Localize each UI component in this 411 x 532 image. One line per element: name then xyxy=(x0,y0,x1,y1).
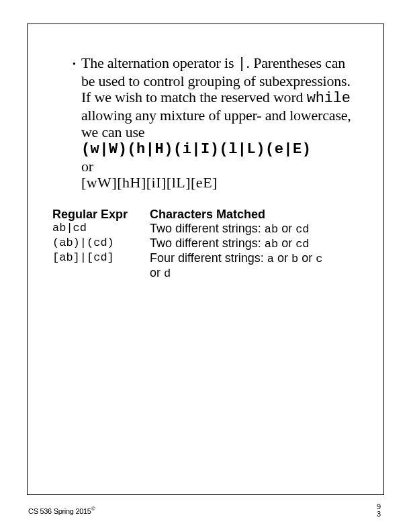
regex-cell: (ab)|(cd) xyxy=(52,236,150,250)
match-cell: Two different strings: ab or cd xyxy=(150,222,324,236)
col-header-matched: Characters Matched xyxy=(150,208,324,222)
examples-table: Regular ExprCharacters Matched ab|cdTwo … xyxy=(52,208,359,281)
match-cell: Two different strings: ab or cd xyxy=(150,236,324,251)
txt: or xyxy=(150,266,164,279)
txt: Two different strings: xyxy=(150,222,265,235)
code: d xyxy=(164,267,171,280)
txt: Four different strings: xyxy=(150,251,267,265)
regex-cell: [ab]|[cd] xyxy=(52,251,150,265)
code: ab xyxy=(265,223,278,236)
txt: Two different strings: xyxy=(150,236,265,250)
match-cell: Four different strings: a or b or c or d xyxy=(150,251,324,281)
bullet-item: • The alternation operator is |. Parenth… xyxy=(73,55,359,191)
col-header-regex: Regular Expr xyxy=(52,208,150,222)
code: b xyxy=(291,253,298,265)
page-digit: 9 xyxy=(377,502,381,511)
page-digit: 3 xyxy=(377,510,381,518)
txt: or xyxy=(278,236,295,250)
code: cd xyxy=(295,238,309,251)
code: c xyxy=(316,253,322,265)
code: cd xyxy=(295,223,309,236)
paragraph-text: The alternation operator is |. Parenthes… xyxy=(81,55,359,191)
txt: or xyxy=(274,251,291,265)
text-span: The alternation operator is xyxy=(81,54,238,71)
code-pipe: | xyxy=(238,56,246,73)
table-row: ab|cdTwo different strings: ab or cd xyxy=(52,222,359,236)
text-span: allowing any mixture of upper- and lower… xyxy=(81,107,351,140)
footer-left: CS 536 Spring 2015© xyxy=(28,506,95,515)
regex-pattern-1: (w|W)(h|H)(i|I)(l|L)(e|E) xyxy=(81,141,312,158)
table-row: [ab]|[cd]Four different strings: a or b … xyxy=(52,251,359,281)
bullet-marker: • xyxy=(73,56,76,73)
regex-cell: ab|cd xyxy=(52,222,150,235)
regex-pattern-2: [wW][hH][iI][lL][eE] xyxy=(81,174,218,191)
table-header-row: Regular ExprCharacters Matched xyxy=(52,208,359,222)
table-row: (ab)|(cd)Two different strings: ab or cd xyxy=(52,236,359,251)
footer-page-number: 93 xyxy=(377,503,381,519)
footer-course: CS 536 Spring 2015 xyxy=(28,507,91,515)
text-span: If we wish to match the reserved word xyxy=(81,89,307,105)
main-content: • The alternation operator is |. Parenth… xyxy=(73,55,359,281)
txt: or xyxy=(278,222,295,235)
copyright-icon: © xyxy=(91,506,95,512)
text-or: or xyxy=(81,158,93,175)
code-while: while xyxy=(307,90,351,107)
txt: or xyxy=(298,251,316,265)
code: ab xyxy=(265,238,278,251)
code: a xyxy=(267,253,274,265)
